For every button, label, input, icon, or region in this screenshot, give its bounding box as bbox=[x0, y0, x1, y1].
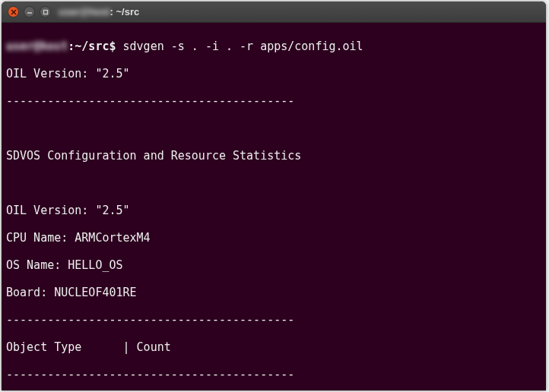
minimize-button[interactable] bbox=[24, 6, 35, 17]
svg-rect-3 bbox=[43, 10, 47, 14]
command-text: sdvgen -s . -i . -r apps/config.oil bbox=[123, 40, 363, 53]
maximize-button[interactable] bbox=[40, 6, 51, 17]
maximize-icon bbox=[43, 9, 49, 15]
os-name: OS Name: HELLO_OS bbox=[6, 258, 541, 272]
blank-1 bbox=[6, 122, 541, 135]
title-hidden-host: user@host bbox=[59, 6, 110, 17]
heading: SDVOS Configuration and Resource Statist… bbox=[6, 149, 541, 163]
window-controls bbox=[8, 6, 51, 17]
prompt-host-hidden: user@host bbox=[6, 40, 68, 53]
table-header: Object Type | Count bbox=[6, 340, 541, 354]
close-button[interactable] bbox=[8, 6, 19, 17]
titlebar[interactable]: user@host: ~/src bbox=[2, 2, 546, 23]
title-path: : ~/src bbox=[110, 6, 140, 17]
dashes-3: ----------------------------------------… bbox=[6, 368, 541, 381]
terminal-body[interactable]: user@host:~/src$ sdvgen -s . -i . -r app… bbox=[2, 23, 546, 390]
prompt-line-1: user@host:~/src$ sdvgen -s . -i . -r app… bbox=[6, 40, 541, 53]
oil-version: OIL Version: "2.5" bbox=[6, 204, 541, 217]
oil-version-top: OIL Version: "2.5" bbox=[6, 67, 541, 81]
minimize-icon bbox=[27, 9, 33, 15]
prompt-path: :~/src$ bbox=[68, 40, 116, 53]
close-icon bbox=[11, 9, 17, 15]
dashes-1: ----------------------------------------… bbox=[6, 94, 541, 108]
cpu-name: CPU Name: ARMCortexM4 bbox=[6, 231, 541, 245]
terminal-window: user@host: ~/src user@host:~/src$ sdvgen… bbox=[2, 2, 546, 390]
dashes-2: ----------------------------------------… bbox=[6, 313, 541, 327]
blank-2 bbox=[6, 176, 541, 190]
board: Board: NUCLEOF401RE bbox=[6, 286, 541, 299]
window-title: user@host: ~/src bbox=[59, 6, 139, 17]
